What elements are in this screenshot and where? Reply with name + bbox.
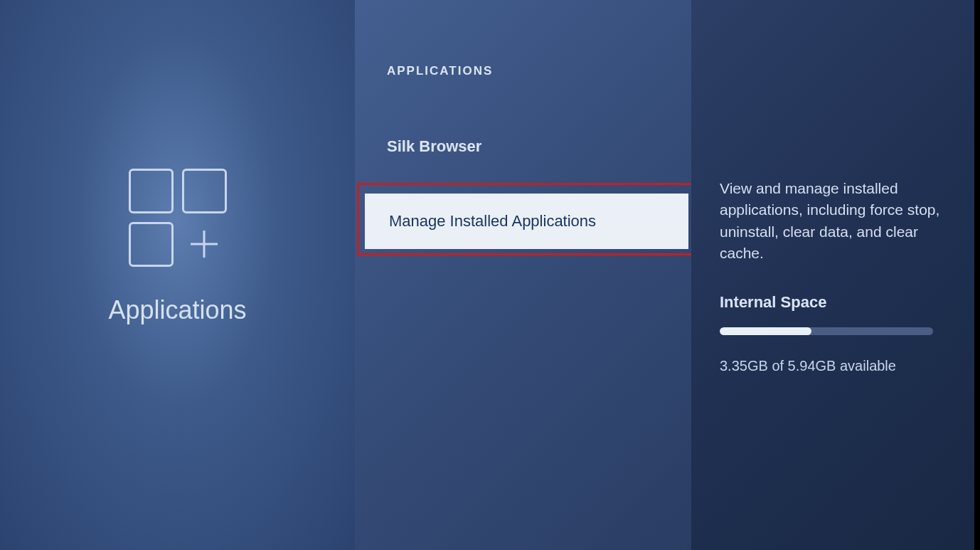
storage-title: Internal Space xyxy=(720,293,953,312)
category-panel: Applications xyxy=(0,0,355,550)
section-header: APPLICATIONS xyxy=(387,64,691,78)
description-text: View and manage installed applications, … xyxy=(720,178,953,265)
category-label: Applications xyxy=(108,295,246,325)
applications-icon xyxy=(129,169,227,267)
menu-item-silk-browser[interactable]: Silk Browser xyxy=(387,132,691,162)
detail-panel: View and manage installed applications, … xyxy=(691,0,980,550)
storage-progress-bar xyxy=(720,327,933,335)
menu-item-manage-apps[interactable]: Manage Installed Applications xyxy=(365,194,688,249)
storage-progress-fill xyxy=(720,327,811,335)
plus-icon xyxy=(182,222,227,267)
menu-panel: APPLICATIONS Silk Browser Manage Install… xyxy=(355,0,691,550)
storage-info-text: 3.35GB of 5.94GB available xyxy=(720,358,953,374)
icon-square xyxy=(129,222,174,267)
highlight-annotation: Manage Installed Applications xyxy=(357,183,696,255)
icon-square xyxy=(182,169,227,213)
icon-square xyxy=(129,169,174,213)
